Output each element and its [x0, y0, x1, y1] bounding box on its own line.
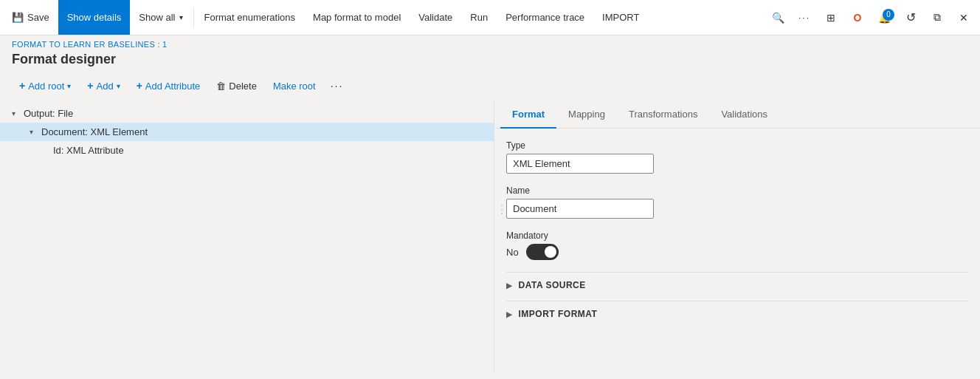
show-all-label: Show all — [139, 12, 175, 23]
data-source-label: DATA SOURCE — [519, 280, 586, 290]
run-label: Run — [470, 12, 488, 23]
import-format-section: ▶ IMPORT FORMAT — [506, 301, 968, 327]
tree-item-id[interactable]: Id: XML Attribute — [0, 141, 494, 160]
map-format-button[interactable]: Map format to model — [304, 0, 410, 35]
more-actions-icon: ··· — [331, 80, 344, 92]
chevron-down-icon: ▾ — [12, 109, 21, 117]
mandatory-row: No — [506, 244, 968, 260]
breadcrumb: FORMAT TO LEARN ER BASELINES : 1 — [12, 40, 968, 49]
tab-transformations-label: Transformations — [629, 109, 697, 120]
toggle-thumb — [545, 246, 556, 258]
tab-transformations[interactable]: Transformations — [617, 101, 709, 129]
type-input[interactable] — [506, 154, 654, 174]
notification-badge: 0 — [883, 9, 894, 21]
format-enumerations-button[interactable]: Format enumerations — [196, 0, 305, 35]
tab-format-label: Format — [512, 109, 545, 120]
tab-mapping-label: Mapping — [568, 109, 605, 120]
make-root-label: Make root — [273, 81, 316, 92]
save-button[interactable]: 💾 Save — [3, 0, 58, 35]
office-icon: O — [854, 12, 862, 24]
add-button[interactable]: + Add ▾ — [80, 76, 127, 95]
right-panel: Format Mapping Transformations Validatio… — [494, 101, 980, 372]
show-all-chevron-icon: ▾ — [179, 13, 183, 21]
tree-item-document[interactable]: ▾ Document: XML Element — [0, 123, 494, 141]
breadcrumb-prefix: FORMAT TO LEARN ER BASELINES — [12, 40, 155, 49]
more-actions-button[interactable]: ··· — [325, 76, 350, 95]
window-icon: ⧉ — [934, 11, 941, 24]
office-button[interactable]: O — [844, 4, 871, 31]
import-format-header[interactable]: ▶ IMPORT FORMAT — [506, 301, 968, 327]
type-label: Type — [506, 140, 968, 151]
name-field-group: Name — [506, 185, 968, 219]
run-button[interactable]: Run — [461, 0, 497, 35]
type-field-group: Type — [506, 140, 968, 174]
save-label: Save — [27, 12, 49, 23]
tab-validations-label: Validations — [721, 109, 767, 120]
toggle-no-label: No — [506, 247, 519, 258]
show-all-button[interactable]: Show all ▾ — [130, 0, 191, 35]
data-source-header[interactable]: ▶ DATA SOURCE — [506, 273, 968, 298]
chevron-down-icon-2: ▾ — [30, 128, 38, 136]
perf-trace-label: Performance trace — [505, 12, 584, 23]
window-button[interactable]: ⧉ — [924, 4, 950, 31]
more-icon: ··· — [798, 13, 810, 23]
perf-trace-button[interactable]: Performance trace — [497, 0, 593, 35]
page-title: Format designer — [12, 52, 968, 67]
show-details-button[interactable]: Show details — [58, 0, 131, 35]
tab-mapping[interactable]: Mapping — [556, 101, 617, 129]
map-format-label: Map format to model — [313, 12, 401, 23]
add-root-button[interactable]: + Add root ▾ — [12, 76, 78, 95]
main-content: ▾ Output: File ▾ Document: XML Element I… — [0, 101, 980, 372]
main-toolbar: 💾 Save Show details Show all ▾ Format en… — [0, 0, 980, 35]
add-label: Add — [97, 81, 114, 92]
tree-item-output[interactable]: ▾ Output: File — [0, 104, 494, 123]
tree-item-label: Output: File — [24, 108, 73, 119]
close-button[interactable]: ✕ — [950, 4, 977, 31]
breadcrumb-value: 1 — [162, 40, 167, 49]
add-root-label: Add root — [28, 81, 64, 92]
data-source-chevron-icon: ▶ — [506, 281, 513, 290]
grid-icon: ⊞ — [827, 12, 835, 24]
make-root-button[interactable]: Make root — [266, 77, 323, 95]
delete-label: Delete — [229, 81, 257, 92]
validate-label: Validate — [418, 12, 452, 23]
refresh-icon: ↺ — [906, 10, 916, 24]
tree-panel: ▾ Output: File ▾ Document: XML Element I… — [0, 101, 494, 372]
close-icon: ✕ — [959, 12, 968, 24]
import-label: IMPORT — [602, 12, 639, 23]
notification-wrapper: 🔔 0 — [871, 4, 897, 31]
import-button[interactable]: IMPORT — [593, 0, 648, 35]
name-input[interactable] — [506, 199, 654, 219]
more-options-button[interactable]: ··· — [791, 4, 818, 31]
validate-button[interactable]: Validate — [410, 0, 461, 35]
plus-icon: + — [19, 80, 25, 92]
tab-validations[interactable]: Validations — [709, 101, 779, 129]
mandatory-label: Mandatory — [506, 231, 968, 241]
data-source-section: ▶ DATA SOURCE — [506, 272, 968, 298]
grid-button[interactable]: ⊞ — [818, 4, 844, 31]
name-label: Name — [506, 185, 968, 196]
import-format-label: IMPORT FORMAT — [519, 309, 598, 319]
right-tabs: Format Mapping Transformations Validatio… — [494, 101, 980, 129]
import-format-chevron-icon: ▶ — [506, 310, 513, 318]
add-chevron-icon: ▾ — [117, 82, 120, 90]
add-root-chevron-icon: ▾ — [67, 82, 71, 90]
delete-button[interactable]: 🗑 Delete — [209, 77, 264, 95]
refresh-button[interactable]: ↺ — [897, 4, 924, 31]
plus-icon-3: + — [137, 80, 142, 92]
action-bar: + Add root ▾ + Add ▾ + Add Attribute 🗑 D… — [0, 76, 980, 101]
toggle-track[interactable] — [526, 244, 559, 260]
plus-icon-2: + — [87, 80, 93, 92]
mandatory-toggle[interactable] — [526, 244, 559, 260]
tree-item-label-2: Document: XML Element — [41, 126, 148, 137]
format-enumerations-label: Format enumerations — [204, 12, 296, 23]
add-attribute-button[interactable]: + Add Attribute — [129, 76, 208, 95]
sub-header: FORMAT TO LEARN ER BASELINES : 1 Format … — [0, 35, 980, 76]
save-icon: 💾 — [12, 12, 24, 23]
show-details-label: Show details — [67, 12, 122, 23]
divider-1 — [193, 9, 194, 27]
add-attribute-label: Add Attribute — [145, 81, 200, 92]
search-button[interactable]: 🔍 — [765, 4, 791, 31]
tab-format[interactable]: Format — [500, 101, 556, 129]
tree-item-label-3: Id: XML Attribute — [53, 145, 124, 156]
